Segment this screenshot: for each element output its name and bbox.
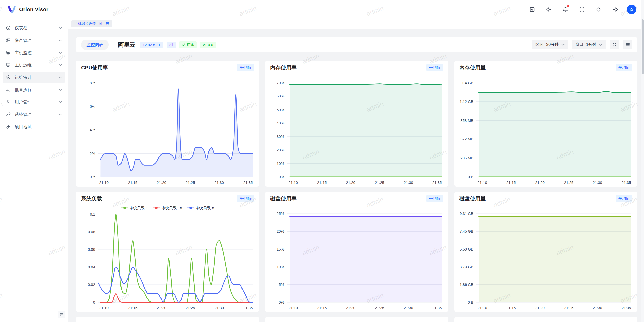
svg-text:572 MB: 572 MB xyxy=(460,137,473,141)
scrollbar-thumb[interactable] xyxy=(642,19,644,74)
monitor-chart-button[interactable]: 监控图表 xyxy=(81,40,109,50)
svg-text:21:30: 21:30 xyxy=(404,180,413,185)
theme-sun-icon[interactable] xyxy=(544,5,553,14)
tab-host-monitor-detail[interactable]: 主机监控详情 - 阿里云 xyxy=(71,20,112,27)
svg-text:0: 0 xyxy=(93,300,95,304)
sidebar-item-batch-exec[interactable]: 批量执行 xyxy=(3,84,65,95)
sidebar-item-label: 用户管理 xyxy=(15,99,32,105)
refresh-charts-button[interactable] xyxy=(610,40,619,49)
interval-select[interactable]: 区间 30分钟 xyxy=(532,40,568,49)
legend-item[interactable]: 系统负载-5 xyxy=(187,206,214,210)
sidebar-item-ops-audit[interactable]: 运维审计 xyxy=(3,72,65,83)
chart-title: CPU使用率 xyxy=(81,64,108,71)
svg-text:0.1: 0.1 xyxy=(90,212,95,216)
monitor-chart-icon xyxy=(6,50,11,55)
chart-list-button[interactable] xyxy=(623,40,632,49)
server-rack-icon xyxy=(6,38,11,43)
sidebar-item-label: 系统管理 xyxy=(15,112,32,117)
sidebar-collapse-button[interactable] xyxy=(58,311,65,318)
bell-icon[interactable] xyxy=(560,5,570,14)
svg-text:25%: 25% xyxy=(277,211,284,216)
tab-bar: 主机监控详情 - 阿里云 xyxy=(68,19,644,29)
svg-text:21:15: 21:15 xyxy=(317,180,327,185)
orion-visor-logo-icon xyxy=(8,5,16,13)
svg-text:3.73 GB: 3.73 GB xyxy=(460,265,473,269)
next-row-card-peek xyxy=(265,317,448,322)
chart-title: 内存使用率 xyxy=(270,64,297,71)
svg-text:21:10: 21:10 xyxy=(99,180,109,185)
chart-card-system-load: 系统负载平均值 系统负载-1系统负载-15系统负载-5 00.020.040.0… xyxy=(76,192,259,312)
svg-text:0.06: 0.06 xyxy=(88,247,95,252)
chevron-down-icon xyxy=(561,42,565,47)
page-scrollbar[interactable] xyxy=(641,0,644,322)
svg-text:10%: 10% xyxy=(277,161,284,166)
sidebar-item-dashboard[interactable]: 仪表盘 xyxy=(3,23,65,33)
sidebar-item-project-link[interactable]: 项目地址 xyxy=(3,121,65,132)
svg-text:21:15: 21:15 xyxy=(128,180,138,185)
sidebar-item-host-monitor[interactable]: 主机监控 xyxy=(3,47,65,58)
svg-text:7.45 GB: 7.45 GB xyxy=(460,229,473,233)
sidebar-item-system-mgmt[interactable]: 系统管理 xyxy=(3,109,65,120)
svg-text:21:30: 21:30 xyxy=(214,180,224,185)
svg-text:1.86 GB: 1.86 GB xyxy=(460,282,473,287)
svg-text:60%: 60% xyxy=(277,94,284,98)
sidebar-item-label: 主机监控 xyxy=(15,50,32,56)
refresh-icon xyxy=(612,42,617,47)
host-code-tag: ali xyxy=(167,42,176,48)
status-text: 在线 xyxy=(186,42,194,47)
svg-text:21:20: 21:20 xyxy=(157,180,166,185)
sidebar-item-label: 主机运维 xyxy=(15,62,32,68)
cluster-nodes-icon xyxy=(6,87,11,92)
svg-text:0 B: 0 B xyxy=(468,300,473,304)
sidebar-item-label: 运维审计 xyxy=(15,75,32,80)
check-icon xyxy=(182,43,185,46)
legend-item[interactable]: 系统负载-15 xyxy=(153,206,182,210)
svg-text:21:25: 21:25 xyxy=(564,306,574,310)
svg-text:21:35: 21:35 xyxy=(432,180,442,185)
chart-title: 磁盘使用量 xyxy=(459,195,486,202)
legend-label: 系统负载-15 xyxy=(162,206,182,210)
svg-text:15%: 15% xyxy=(277,247,284,251)
sidebar-item-label: 资产管理 xyxy=(15,38,32,43)
svg-text:21:30: 21:30 xyxy=(593,180,602,185)
sidebar-item-host-ops[interactable]: 主机运维 xyxy=(3,60,65,70)
svg-text:21:30: 21:30 xyxy=(593,306,602,310)
svg-text:21:10: 21:10 xyxy=(288,180,298,185)
chart-title: 内存使用量 xyxy=(459,64,486,71)
topbar-actions: 管 xyxy=(527,5,636,14)
chart-card-cpu-usage: CPU使用率平均值 0%2%4%6%8%21:1021:1521:2021:25… xyxy=(76,61,259,187)
menu-fold-icon xyxy=(59,312,64,317)
svg-text:6%: 6% xyxy=(90,104,95,109)
svg-text:21:15: 21:15 xyxy=(128,306,138,310)
sidebar: 仪表盘 资产管理 主机监控 主机运维 运维审计 批量执行 用户管理 系统管理 项 xyxy=(0,19,68,322)
svg-text:21:35: 21:35 xyxy=(622,180,631,185)
legend-item[interactable]: 系统负载-1 xyxy=(121,206,148,210)
average-badge: 平均值 xyxy=(616,195,632,202)
chevron-down-icon xyxy=(59,50,62,55)
select-value: 30分钟 xyxy=(546,42,559,47)
chart-card-disk-rate: 磁盘使用率平均值 0%5%10%15%20%25%21:1021:1521:20… xyxy=(265,192,448,312)
window-select[interactable]: 窗口 1分钟 xyxy=(572,40,606,49)
desktop-icon xyxy=(6,62,11,67)
next-row-card-peek xyxy=(76,317,259,322)
user-icon xyxy=(6,99,11,104)
app-title: Orion Visor xyxy=(19,6,48,12)
chart-card-disk-amount: 磁盘使用量平均值 0 B1.86 GB3.73 GB5.59 GB7.45 GB… xyxy=(454,192,637,312)
refresh-icon[interactable] xyxy=(594,5,603,14)
sidebar-item-assets[interactable]: 资产管理 xyxy=(3,35,65,46)
sidebar-item-user-mgmt[interactable]: 用户管理 xyxy=(3,97,65,107)
chevron-down-icon xyxy=(599,42,602,47)
svg-text:21:20: 21:20 xyxy=(535,306,545,310)
chart-card-memory-amount: 内存使用量平均值 0 B286 MB572 MB858 MB1.12 GB1.4… xyxy=(454,61,637,187)
chevron-down-icon xyxy=(59,112,62,117)
gear-icon[interactable] xyxy=(610,5,620,14)
avatar[interactable]: 管 xyxy=(627,5,636,14)
fullscreen-icon[interactable] xyxy=(577,5,587,14)
cpu-usage-chart: 0%2%4%6%8%21:1021:1521:2021:2521:3021:35 xyxy=(81,74,254,187)
chart-card-memory-rate: 内存使用率平均值 0%10%20%30%40%50%60%70%21:1021:… xyxy=(265,61,448,187)
svg-text:1.4 GB: 1.4 GB xyxy=(462,81,473,85)
svg-text:0%: 0% xyxy=(279,175,284,179)
svg-text:21:30: 21:30 xyxy=(404,306,413,310)
disk-amount-chart: 0 B1.86 GB3.73 GB5.59 GB7.45 GB9.31 GB21… xyxy=(459,205,632,312)
code-square-icon[interactable] xyxy=(527,5,537,14)
